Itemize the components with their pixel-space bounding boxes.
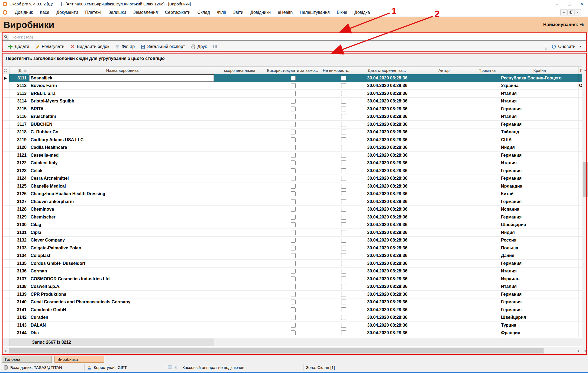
cell-use-by-default[interactable] bbox=[265, 136, 321, 144]
menu-item[interactable]: Налаштування bbox=[296, 10, 333, 15]
checkbox-unchecked[interactable] bbox=[341, 215, 346, 220]
cell-use-by-default[interactable] bbox=[265, 206, 321, 214]
edit-button[interactable]: Редагувати bbox=[32, 43, 67, 51]
table-row[interactable]: 3122Catalent Italy30.04.2020 08:28:36Ита… bbox=[2, 159, 582, 167]
cell-not-used[interactable] bbox=[321, 128, 366, 136]
table-row[interactable]: 3131Cipla30.04.2020 08:28:36Индия bbox=[2, 229, 582, 237]
cell-not-used[interactable] bbox=[321, 275, 366, 283]
vertical-scrollbar[interactable]: ▲ ▼ bbox=[582, 67, 588, 354]
checkbox-unchecked[interactable] bbox=[341, 99, 346, 104]
cell-not-used[interactable] bbox=[321, 229, 366, 237]
cell-not-used[interactable] bbox=[321, 90, 366, 98]
cell-not-used[interactable] bbox=[321, 237, 366, 245]
checkbox-unchecked[interactable] bbox=[341, 137, 346, 142]
table-row[interactable]: 3114Bristol-Myers Squibb30.04.2020 08:28… bbox=[2, 98, 582, 105]
checkbox-unchecked[interactable] bbox=[291, 176, 296, 181]
checkbox-unchecked[interactable] bbox=[291, 199, 296, 204]
table-row[interactable]: ▶3111Bosnalijek30.04.2020 08:28:36Респуб… bbox=[2, 74, 582, 82]
header-indicator-cell[interactable] bbox=[2, 67, 9, 74]
cell-use-by-default[interactable] bbox=[265, 90, 321, 98]
column-header-created-date[interactable]: Дата створення за... bbox=[366, 67, 413, 74]
cell-use-by-default[interactable] bbox=[265, 82, 321, 90]
menu-item[interactable]: Склад bbox=[194, 10, 214, 15]
table-row[interactable]: 3140Crevil Cosmetics and Pharmaceuticals… bbox=[2, 298, 582, 306]
checkbox-unchecked[interactable] bbox=[341, 107, 346, 111]
table-row[interactable]: 3133Colgate-Palmolive Polan30.04.2020 08… bbox=[2, 244, 582, 252]
restore-button[interactable] bbox=[563, 0, 576, 8]
checkbox-unchecked[interactable] bbox=[341, 300, 346, 304]
scroll-left-arrow[interactable]: ◄ bbox=[2, 348, 9, 354]
cell-not-used[interactable] bbox=[321, 306, 366, 314]
checkbox-unchecked[interactable] bbox=[291, 276, 296, 281]
cell-use-by-default[interactable] bbox=[265, 329, 321, 337]
cell-use-by-default[interactable] bbox=[265, 121, 321, 128]
cell-use-by-default[interactable] bbox=[265, 182, 321, 190]
cell-not-used[interactable] bbox=[321, 82, 366, 90]
menu-item[interactable]: Сертифікати bbox=[161, 10, 194, 15]
cell-use-by-default[interactable] bbox=[265, 314, 321, 322]
checkbox-unchecked[interactable] bbox=[341, 246, 346, 250]
table-row[interactable]: 3139CPR Produktions30.04.2020 08:28:36Ге… bbox=[2, 291, 582, 298]
checkbox-unchecked[interactable] bbox=[341, 292, 346, 297]
scroll-right-arrow[interactable]: ► bbox=[576, 348, 582, 354]
checkbox-unchecked[interactable] bbox=[291, 145, 296, 150]
cell-not-used[interactable] bbox=[321, 244, 366, 252]
checkbox-unchecked[interactable] bbox=[291, 137, 296, 142]
add-button[interactable]: Додати bbox=[5, 43, 32, 51]
toolbar-grip[interactable] bbox=[2, 44, 3, 50]
menu-item[interactable]: Довідники bbox=[247, 10, 274, 15]
checkbox-unchecked[interactable] bbox=[341, 284, 346, 289]
checkbox-unchecked[interactable] bbox=[291, 130, 296, 134]
table-row[interactable]: 3126Changzhou Hualian Health Dressing30.… bbox=[2, 190, 582, 198]
cell-use-by-default[interactable] bbox=[265, 275, 321, 283]
column-header-not-used[interactable]: Не використо... bbox=[321, 67, 366, 74]
cell-not-used[interactable] bbox=[321, 175, 366, 183]
checkbox-unchecked[interactable] bbox=[341, 153, 346, 158]
menu-item[interactable]: Документи bbox=[53, 10, 82, 15]
cell-use-by-default[interactable] bbox=[265, 321, 321, 329]
table-row[interactable]: 3112Bovioc Farm30.04.2020 08:28:36Украин… bbox=[2, 82, 582, 90]
cell-not-used[interactable] bbox=[321, 329, 366, 337]
minimize-button[interactable]: – bbox=[551, 0, 563, 8]
checkbox-unchecked[interactable] bbox=[291, 253, 296, 258]
checkbox-unchecked[interactable] bbox=[291, 83, 296, 88]
checkbox-unchecked[interactable] bbox=[341, 269, 346, 274]
cell-use-by-default[interactable] bbox=[265, 298, 321, 306]
column-header-country[interactable]: Країна bbox=[499, 67, 579, 74]
checkbox-unchecked[interactable] bbox=[341, 184, 346, 189]
column-header-short-name[interactable]: скорочена назва bbox=[214, 67, 265, 74]
table-row[interactable]: 3120Cadila Healthcare30.04.2020 08:28:36… bbox=[2, 144, 582, 152]
cell-not-used[interactable] bbox=[321, 152, 366, 159]
cell-not-used[interactable] bbox=[321, 213, 366, 221]
cell-use-by-default[interactable] bbox=[265, 306, 321, 314]
checkbox-unchecked[interactable] bbox=[341, 122, 346, 127]
cell-not-used[interactable] bbox=[321, 121, 366, 128]
cell-use-by-default[interactable] bbox=[265, 291, 321, 298]
table-row[interactable]: 3135Cordus GmbH- Dusseldorf30.04.2020 08… bbox=[2, 260, 582, 268]
cell-not-used[interactable] bbox=[321, 159, 366, 167]
checkbox-unchecked[interactable] bbox=[291, 330, 296, 335]
checkbox-unchecked[interactable] bbox=[341, 261, 346, 266]
refresh-button[interactable]: Оновити bbox=[548, 43, 585, 51]
cell-use-by-default[interactable] bbox=[265, 152, 321, 159]
cell-not-used[interactable] bbox=[321, 283, 366, 291]
cell-not-used[interactable] bbox=[321, 321, 366, 329]
checkbox-unchecked[interactable] bbox=[291, 323, 296, 328]
checkbox-unchecked[interactable] bbox=[291, 114, 296, 119]
checkbox-unchecked[interactable] bbox=[291, 91, 296, 96]
checkbox-unchecked[interactable] bbox=[341, 330, 346, 335]
menu-item[interactable]: eHealth bbox=[274, 10, 296, 15]
toolbar-grip[interactable] bbox=[545, 44, 547, 50]
menu-item[interactable]: Філії bbox=[214, 10, 230, 15]
column-header-id[interactable]: ІД bbox=[9, 67, 29, 74]
column-header-name[interactable]: Назва виробника bbox=[29, 67, 214, 74]
checkbox-unchecked[interactable] bbox=[341, 83, 346, 88]
mdi-minimize-button[interactable]: – bbox=[560, 9, 567, 15]
cell-not-used[interactable] bbox=[321, 74, 366, 82]
checkbox-unchecked[interactable] bbox=[291, 207, 296, 212]
table-row[interactable]: 3117BUBCHEN30.04.2020 08:28:36Германия bbox=[2, 121, 582, 128]
checkbox-unchecked[interactable] bbox=[341, 323, 346, 328]
cell-not-used[interactable] bbox=[321, 98, 366, 105]
cell-not-used[interactable] bbox=[321, 190, 366, 198]
export-button[interactable]: Загальний експорт bbox=[138, 43, 188, 51]
